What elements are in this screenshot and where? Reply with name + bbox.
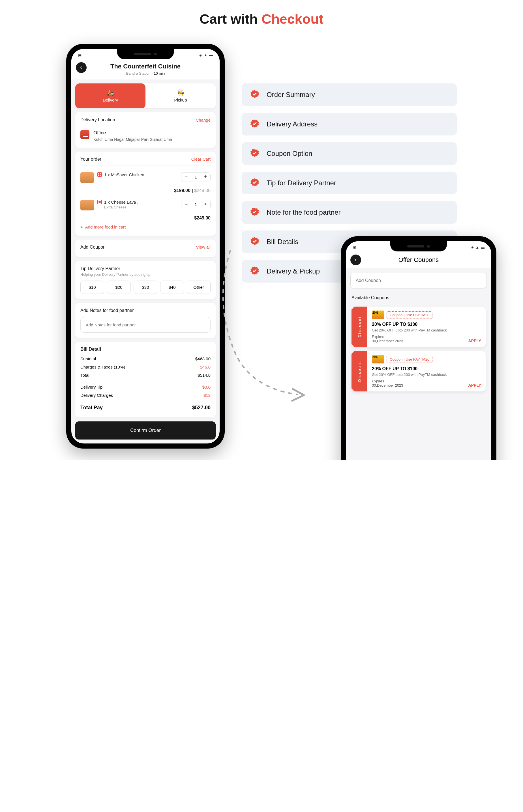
feature-label: Order Summary [267, 91, 315, 99]
page-title: Cart with Checkout [6, 11, 517, 27]
item-price: $249.00 [80, 215, 211, 221]
coupon-code: Coupon | Use PAYTM20 [386, 356, 432, 363]
fulfillment-tabs: 🛵 Delivery 🧑‍🍳 Pickup [75, 83, 216, 108]
tip-option[interactable]: $40 [160, 281, 184, 294]
order-card: Your order Clear Cart 1 x McSaver Chicke… [75, 152, 216, 235]
add-more-button[interactable]: + Add more food in cart [80, 221, 211, 230]
notes-title: Add Notes for food partner [80, 308, 211, 313]
coupon-desc: Get 20% OFF upto 200 with PayTM cashback [372, 328, 481, 332]
bill-row: Subtotal$468.00 [80, 355, 211, 363]
location-name: Office [93, 130, 172, 136]
apply-coupon-button[interactable]: APPLY [468, 383, 481, 388]
quantity-stepper[interactable]: − 1 + [181, 172, 211, 182]
coupon-title: Add Coupon [80, 245, 106, 250]
view-all-coupons-button[interactable]: View all [196, 245, 211, 249]
coupon-code: Coupon | Use PAYTM20 [386, 311, 432, 319]
coupon-side: Discount [351, 307, 367, 347]
coupon-side: Discount [351, 351, 367, 392]
change-location-button[interactable]: Change [196, 118, 211, 122]
coupon-phone: ▣◈▲▬ Offer Coupons Available Coupons Dis… [341, 236, 497, 460]
quantity-stepper[interactable]: − 1 + [181, 200, 211, 209]
qty-value: 1 [191, 202, 201, 207]
bill-row: Charges & Taxes (10%)$46.8 [80, 363, 211, 371]
bill-row: Delivery Charges$12 [80, 391, 211, 399]
feature-label: Bill Details [267, 238, 298, 246]
check-badge-icon [250, 178, 260, 188]
restaurant-name: The Counterfeit Cuisine [77, 63, 214, 70]
status-left-icon: ▣ [78, 53, 82, 57]
back-button[interactable] [350, 254, 361, 265]
feature-label: Delivery & Pickup [267, 267, 320, 275]
bill-row: Total$514.8 [80, 371, 211, 379]
coupon-exp: 30,December 2023 [372, 383, 481, 388]
feature-item: Order Summary [242, 83, 457, 106]
food-image [80, 172, 94, 183]
apply-coupon-button[interactable]: APPLY [468, 339, 481, 343]
notes-input[interactable] [80, 317, 211, 333]
bill-card: Bill Detail Subtotal$468.00Charges & Tax… [75, 342, 216, 417]
check-badge-icon [250, 90, 260, 100]
location-title: Delivery Location [80, 117, 115, 122]
check-badge-icon [250, 266, 260, 276]
order-item: 1 x Cheese Lava ... Extra Cheese, − 1 + [80, 197, 211, 213]
coupon-item[interactable]: Discount Coupon | Use PAYTM20 20% OFF UP… [351, 351, 486, 392]
coupon-card[interactable]: Add Coupon View all [75, 240, 216, 257]
feature-label: Delivery Address [267, 120, 318, 128]
tip-option[interactable]: Other [187, 281, 211, 294]
notes-card: Add Notes for food partner [75, 303, 216, 338]
tab-pickup[interactable]: 🧑‍🍳 Pickup [145, 83, 216, 108]
item-extra: Extra Cheese, [104, 205, 178, 209]
delivery-location-card: Delivery Location Change Office Kutch,Um… [75, 112, 216, 148]
qty-plus-button[interactable]: + [201, 200, 210, 209]
qty-minus-button[interactable]: − [181, 172, 191, 182]
check-badge-icon [250, 149, 260, 159]
item-name: 1 x McSaver Chicken ... [104, 172, 178, 177]
pickup-icon: 🧑‍🍳 [151, 89, 210, 96]
food-image [80, 200, 94, 210]
tab-delivery[interactable]: 🛵 Delivery [75, 83, 145, 108]
feature-item: Tip for Delivery Partner [242, 172, 457, 194]
coupon-item[interactable]: Discount Coupon | Use PAYTM20 20% OFF UP… [351, 307, 486, 347]
back-button[interactable] [76, 62, 87, 73]
coupon-name: 20% OFF UP TO $100 [372, 322, 481, 327]
delivery-icon: 🛵 [81, 89, 140, 96]
tip-option[interactable]: $10 [80, 281, 104, 294]
feature-item: Note for the food partner [242, 201, 457, 224]
tip-subtitle: Helping your Delivery Partner by adding … [80, 272, 211, 277]
tip-option[interactable]: $30 [133, 281, 157, 294]
qty-plus-button[interactable]: + [201, 172, 210, 182]
feature-item: Coupon Option [242, 142, 457, 165]
confirm-order-button[interactable]: Confirm Order [75, 421, 216, 439]
item-price: $199.00 | $249.00 [80, 188, 211, 193]
feature-item: Delivery Address [242, 113, 457, 135]
coupon-input[interactable] [356, 278, 482, 283]
qty-value: 1 [191, 174, 201, 179]
feature-label: Coupon Option [267, 150, 312, 157]
coupon-input-wrapper[interactable] [350, 273, 487, 288]
nonveg-icon [97, 172, 102, 177]
feature-label: Tip for Delivery Partner [267, 179, 336, 187]
check-badge-icon [250, 207, 260, 218]
coupon-image [372, 355, 384, 363]
total-pay-label: Total Pay [80, 405, 103, 411]
bill-row: Delivery Tip$0.0 [80, 383, 211, 391]
restaurant-sub: Bandra Station - 10 min [77, 71, 214, 76]
order-item: 1 x McSaver Chicken ... − 1 + [80, 169, 211, 186]
cart-phone: ▣ ◈▲▬ The Counterfeit Cuisine Bandra Sta… [66, 44, 225, 449]
check-badge-icon [250, 237, 260, 247]
coupon-exp-label: Expires [372, 379, 481, 383]
tip-option[interactable]: $20 [107, 281, 131, 294]
location-icon [80, 130, 89, 139]
coupon-exp-label: Expires [372, 335, 481, 339]
check-badge-icon [250, 119, 260, 129]
order-title: Your order [80, 157, 101, 162]
clear-cart-button[interactable]: Clear Cart [191, 157, 211, 162]
feature-label: Note for the food partner [267, 208, 341, 216]
total-pay-value: $527.00 [192, 405, 211, 411]
bill-title: Bill Detail [80, 347, 211, 352]
location-address: Kutch,Uma Nagar,Mirjapar Part,Gujarat,Um… [93, 137, 172, 143]
qty-minus-button[interactable]: − [181, 200, 191, 209]
coupon-name: 20% OFF UP TO $100 [372, 366, 481, 371]
nonveg-icon [97, 200, 102, 204]
coupon-exp: 30,December 2023 [372, 339, 481, 343]
